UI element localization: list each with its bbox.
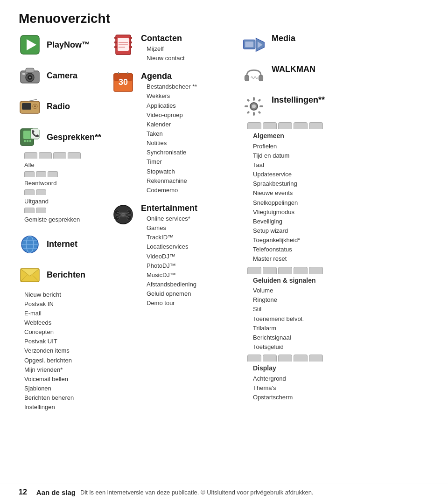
- sub-postvak-uit: Postvak UIT: [24, 337, 103, 346]
- column-1: PlayNow™ Camera: [14, 34, 107, 420]
- instellingen-icon: [243, 95, 265, 118]
- section-agenda: 30 Agenda Bestandsbeheer ** Wekkers Appl…: [112, 71, 233, 195]
- column-3: Media WALKMAN: [238, 34, 415, 420]
- gesprekken-label: Gesprekken**: [47, 132, 101, 142]
- sub-videodj: VideoDJ™: [147, 252, 197, 261]
- media-icon: [243, 34, 265, 56]
- section-gesprekken: 📞 Gesprekken** Alle Beantwoord Uitgaand: [19, 126, 103, 225]
- svg-rect-17: [29, 140, 31, 142]
- sub-voicemail: Voicemail bellen: [24, 375, 103, 384]
- svg-rect-65: [253, 97, 255, 101]
- sub-timer: Timer: [147, 157, 197, 167]
- playnow-icon: [19, 34, 41, 56]
- sub-afstandsbediening: Afstandsbediening: [147, 280, 197, 289]
- svg-rect-71: [246, 111, 250, 114]
- svg-point-12: [34, 105, 36, 107]
- svg-rect-31: [114, 42, 117, 43]
- walkman-label: WALKMAN: [272, 64, 315, 74]
- sub-tijd-datum: Tijd en datum: [253, 151, 411, 160]
- sub-ringtone: Ringtone: [253, 295, 411, 305]
- internet-label: Internet: [47, 239, 77, 249]
- svg-rect-58: [245, 42, 253, 47]
- section-radio: Radio: [19, 95, 103, 118]
- sub-wekkers: Wekkers: [147, 91, 197, 101]
- section-internet: Internet: [19, 233, 103, 256]
- page-number: 12: [19, 488, 27, 496]
- instellingen-title: Instellingen**: [272, 95, 325, 105]
- column-2: Contacten Mijzelf Nieuw contact 30: [107, 34, 238, 420]
- sub-trilalarm: Trilalarm: [253, 324, 411, 333]
- svg-rect-36: [118, 38, 129, 51]
- gesprekken-subs: Alle Beantwoord Uitgaand Gemiste gesprek…: [19, 152, 103, 225]
- sub-updateservice: Updateservice: [253, 170, 411, 179]
- sub-snelkoppelingen: Snelkoppelingen: [253, 198, 411, 208]
- internet-icon: [19, 233, 41, 256]
- svg-point-6: [29, 77, 31, 78]
- sub-uitgaand: Uitgaand: [24, 197, 103, 206]
- sub-bestandsbeheer: Bestandsbeheer **: [147, 82, 197, 91]
- sub-alle: Alle: [24, 160, 103, 170]
- sub-nieuwe-events: Nieuwe events: [253, 188, 411, 198]
- svg-point-64: [252, 104, 256, 108]
- svg-rect-61: [245, 75, 249, 81]
- sub-locatieservices: Locatieservices: [147, 242, 197, 251]
- section-playnow: PlayNow™: [19, 34, 103, 56]
- svg-rect-14: [23, 131, 31, 139]
- sub-toegankelijkheid: Toegankelijkheid*: [253, 236, 411, 245]
- sub-rekenmachine: Rekenmachine: [147, 176, 197, 186]
- gesprekken-icon: 📞: [19, 126, 41, 148]
- radio-icon: [19, 95, 41, 118]
- contacten-subs: Mijzelf Nieuw contact: [141, 44, 185, 63]
- svg-rect-7: [22, 73, 25, 75]
- svg-rect-62: [259, 75, 263, 81]
- sub-photodj: PhotoDJ™: [147, 261, 197, 271]
- sub-notities: Notities: [147, 139, 197, 148]
- sub-postvak-in: Postvak IN: [24, 299, 103, 309]
- berichten-subs: Nieuw bericht Postvak IN E-mail Webfeeds…: [19, 290, 103, 412]
- sub-profielen: Profielen: [253, 142, 411, 151]
- entertainment-icon: [112, 203, 134, 226]
- svg-rect-15: [24, 140, 26, 142]
- sub-setup-wizard: Setup wizard: [253, 226, 411, 236]
- sub-synchronisatie: Synchronisatie: [147, 148, 197, 157]
- sub-berichten-instellingen: Instellingen: [24, 403, 103, 412]
- sub-opgesl: Opgesl. berichten: [24, 356, 103, 365]
- sub-stil: Stil: [253, 305, 411, 314]
- sub-demo-tour: Demo tour: [147, 299, 197, 308]
- radio-label: Radio: [47, 102, 70, 111]
- display-title: Display: [253, 363, 411, 374]
- sub-codememo: Codememo: [147, 186, 197, 195]
- sub-berichten-beheren: Berichten beheren: [24, 393, 103, 403]
- sub-toenemend: Toenemend belvol.: [253, 314, 411, 324]
- sub-berichtsignaal: Berichtsignaal: [253, 333, 411, 342]
- instellingen-geluiden: Geluiden & signalen Volume Ringtone Stil…: [247, 276, 411, 352]
- sub-opstartscherm: Opstartscherm: [253, 393, 411, 402]
- sub-toetsgeluid: Toetsgeluid: [253, 342, 411, 352]
- svg-rect-30: [114, 37, 117, 39]
- svg-rect-35: [129, 46, 132, 48]
- sub-games: Games: [147, 223, 197, 233]
- sub-volume: Volume: [253, 286, 411, 295]
- sub-musicdj: MusicDJ™: [147, 271, 197, 280]
- svg-rect-69: [246, 98, 250, 102]
- sub-master-reset: Master reset: [253, 254, 411, 264]
- playnow-label: PlayNow™: [47, 40, 90, 50]
- section-media: Media: [243, 34, 411, 56]
- camera-icon: [19, 64, 41, 87]
- gesprekken-tabs: [24, 152, 103, 159]
- sub-mijn-vrienden: Mijn vrienden*: [24, 365, 103, 375]
- sub-mijzelf: Mijzelf: [147, 44, 185, 54]
- instellingen-algemeen: Algemeen Profielen Tijd en datum Taal Up…: [247, 131, 411, 264]
- main-content: PlayNow™ Camera: [0, 34, 448, 420]
- svg-rect-68: [259, 105, 263, 107]
- geluiden-tabs: [247, 267, 411, 274]
- svg-rect-16: [27, 140, 28, 142]
- svg-rect-32: [114, 46, 117, 48]
- bottom-bar: 12 Aan de slag Dit is een internetversie…: [0, 483, 448, 501]
- algemeen-title: Algemeen: [253, 131, 411, 141]
- section-instellingen: Instellingen** Algemeen Profielen Tijd e…: [243, 95, 411, 402]
- sub-trackid: TrackID™: [147, 233, 197, 242]
- display-tabs: [247, 355, 411, 362]
- section-entertainment: Entertainment Online services* Games Tra…: [112, 203, 233, 308]
- sub-online-services: Online services*: [147, 214, 197, 223]
